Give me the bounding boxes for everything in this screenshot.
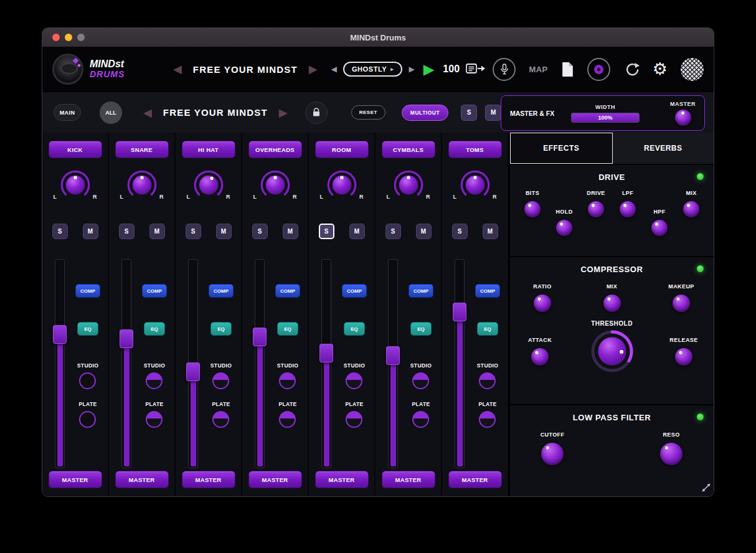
prev-kit-button[interactable]: ◀: [331, 65, 337, 73]
plate-send-knob[interactable]: [412, 411, 429, 428]
volume-fader[interactable]: [255, 259, 265, 468]
fader-handle[interactable]: [319, 344, 333, 362]
multiout-button[interactable]: MULTIOUT: [402, 105, 448, 121]
channel-name-button[interactable]: KICK: [49, 141, 102, 158]
solo-button[interactable]: S: [452, 224, 468, 239]
kit-selector-button[interactable]: GHOSTLY ▸: [343, 62, 402, 77]
fader-handle[interactable]: [386, 346, 400, 365]
prev-preset-button[interactable]: ◀: [173, 64, 182, 75]
studio-send-knob[interactable]: [412, 372, 429, 389]
mute-button[interactable]: M: [283, 224, 298, 239]
reset-button[interactable]: RESET: [351, 105, 385, 120]
eq-button[interactable]: EQ: [477, 322, 498, 336]
pan-knob[interactable]: L R: [385, 166, 432, 202]
pan-knob[interactable]: L R: [119, 166, 165, 202]
comp-button[interactable]: COMP: [475, 284, 500, 298]
drive-knob[interactable]: [588, 201, 604, 217]
comp-power-led[interactable]: [697, 265, 704, 272]
tempo-value[interactable]: 100: [443, 64, 460, 75]
mute-button[interactable]: M: [149, 224, 165, 239]
minimize-button[interactable]: [65, 34, 72, 41]
comp-button[interactable]: COMP: [75, 284, 100, 298]
drive-mix-knob[interactable]: [683, 201, 699, 217]
ratio-knob[interactable]: [534, 295, 551, 312]
threshold-knob[interactable]: [588, 327, 636, 376]
resize-handle-icon[interactable]: [701, 483, 711, 494]
attack-knob[interactable]: [531, 348, 549, 366]
prev-preset-button[interactable]: ◀: [143, 107, 152, 118]
volume-fader[interactable]: [388, 259, 398, 468]
channel-name-button[interactable]: OVERHEADS: [248, 141, 302, 158]
hold-knob[interactable]: [556, 220, 572, 236]
bits-knob[interactable]: [524, 201, 541, 217]
plate-send-knob[interactable]: [479, 411, 496, 428]
next-preset-button[interactable]: ▶: [309, 64, 318, 75]
fader-handle[interactable]: [186, 362, 200, 381]
channel-name-button[interactable]: HI HAT: [182, 141, 235, 158]
solo-button[interactable]: S: [252, 224, 268, 239]
channel-name-button[interactable]: CYMBALS: [382, 141, 435, 158]
global-solo-button[interactable]: S: [461, 105, 477, 121]
all-button[interactable]: ALL: [100, 102, 122, 124]
map-button[interactable]: MAP: [529, 65, 547, 74]
fader-handle[interactable]: [53, 325, 67, 344]
tab-reverbs[interactable]: REVERBS: [613, 133, 714, 164]
studio-send-knob[interactable]: [479, 372, 496, 389]
hpf-knob[interactable]: [651, 220, 668, 236]
studio-send-knob[interactable]: [79, 372, 96, 389]
plate-send-knob[interactable]: [212, 411, 229, 428]
comp-button[interactable]: COMP: [209, 284, 234, 298]
play-button[interactable]: ▶: [423, 62, 435, 77]
width-slider[interactable]: 100%: [571, 113, 640, 123]
channel-master-button[interactable]: MASTER: [115, 471, 169, 488]
channel-name-button[interactable]: TOMS: [448, 141, 502, 158]
eq-button[interactable]: EQ: [410, 322, 432, 336]
solo-button[interactable]: S: [319, 224, 334, 239]
midi-export-icon[interactable]: [466, 62, 486, 76]
comp-mix-knob[interactable]: [603, 295, 621, 312]
close-button[interactable]: [52, 34, 60, 41]
channel-master-button[interactable]: MASTER: [248, 471, 302, 488]
channel-master-button[interactable]: MASTER: [49, 471, 102, 488]
zoom-button[interactable]: [77, 34, 85, 41]
drive-power-led[interactable]: [697, 173, 704, 180]
volume-fader[interactable]: [121, 259, 131, 468]
plate-send-knob[interactable]: [279, 411, 296, 428]
studio-send-knob[interactable]: [212, 372, 229, 389]
eq-button[interactable]: EQ: [210, 322, 232, 336]
main-button[interactable]: MAIN: [54, 104, 81, 121]
comp-button[interactable]: COMP: [409, 284, 433, 298]
channel-master-button[interactable]: MASTER: [382, 471, 435, 488]
tab-effects[interactable]: EFFECTS: [510, 133, 613, 164]
release-knob[interactable]: [675, 348, 692, 366]
studio-send-knob[interactable]: [346, 372, 362, 389]
mute-button[interactable]: M: [216, 224, 232, 239]
comp-button[interactable]: COMP: [275, 284, 300, 298]
channel-name-button[interactable]: SNARE: [115, 141, 169, 158]
eq-button[interactable]: EQ: [344, 322, 365, 336]
plate-send-knob[interactable]: [79, 411, 96, 428]
loop-icon[interactable]: [587, 58, 610, 81]
reso-knob[interactable]: [660, 443, 683, 465]
channel-master-button[interactable]: MASTER: [448, 471, 502, 488]
eq-button[interactable]: EQ: [277, 322, 298, 336]
channel-name-button[interactable]: ROOM: [315, 141, 369, 158]
master-volume-knob[interactable]: [675, 110, 691, 126]
mute-button[interactable]: M: [483, 224, 498, 239]
mute-button[interactable]: M: [416, 224, 432, 239]
lpf-knob[interactable]: [620, 201, 636, 217]
document-icon[interactable]: [561, 62, 574, 77]
fader-handle[interactable]: [120, 329, 133, 348]
makeup-knob[interactable]: [673, 295, 690, 312]
gear-icon[interactable]: ⚙: [653, 61, 668, 78]
volume-fader[interactable]: [321, 259, 331, 468]
fader-handle[interactable]: [453, 303, 466, 321]
studio-send-knob[interactable]: [279, 372, 296, 389]
eq-button[interactable]: EQ: [144, 322, 165, 336]
volume-fader[interactable]: [55, 259, 65, 468]
pan-knob[interactable]: L R: [252, 166, 298, 202]
channel-master-button[interactable]: MASTER: [182, 471, 235, 488]
solo-button[interactable]: S: [52, 224, 68, 239]
plate-send-knob[interactable]: [346, 411, 362, 428]
eq-button[interactable]: EQ: [77, 322, 98, 336]
